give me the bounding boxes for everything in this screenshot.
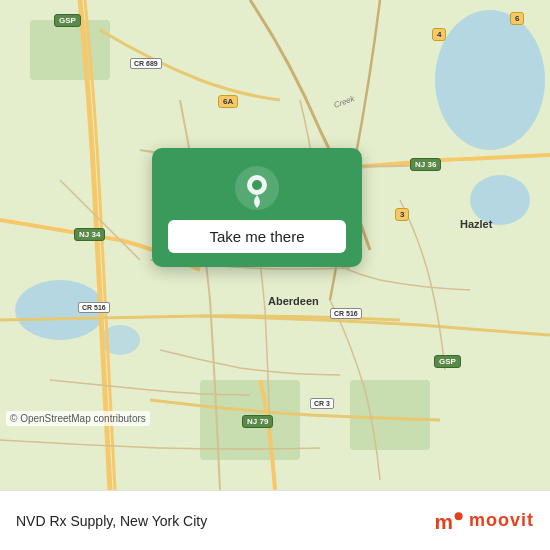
moovit-logo-icon: m [433, 505, 465, 537]
moovit-logo: m moovit [433, 505, 534, 537]
moovit-text: moovit [469, 510, 534, 531]
badge-4: 4 [432, 28, 446, 41]
map-container: Creek GSP CR 689 6A NJ 34 NJ 36 4 6 3 CR… [0, 0, 550, 490]
bottom-bar: NVD Rx Supply, New York City m moovit [0, 490, 550, 550]
osm-attribution: © OpenStreetMap contributors [6, 411, 150, 426]
badge-gsp-bottom: GSP [434, 355, 461, 368]
svg-text:m: m [435, 510, 454, 533]
badge-6: 6 [510, 12, 524, 25]
svg-rect-7 [350, 380, 430, 450]
badge-gsp-top: GSP [54, 14, 81, 27]
badge-cr689: CR 689 [130, 58, 162, 69]
badge-6a: 6A [218, 95, 238, 108]
take-me-there-button[interactable]: Take me there [168, 220, 346, 253]
label-aberdeen: Aberdeen [268, 295, 319, 307]
svg-point-11 [252, 180, 262, 190]
label-hazlet: Hazlet [460, 218, 492, 230]
svg-rect-5 [30, 20, 110, 80]
badge-cr3: CR 3 [310, 398, 334, 409]
svg-point-14 [455, 512, 463, 520]
svg-point-1 [435, 10, 545, 150]
badge-nj36: NJ 36 [410, 158, 441, 171]
location-text: NVD Rx Supply, New York City [16, 513, 207, 529]
badge-nj79: NJ 79 [242, 415, 273, 428]
badge-cr516-right: CR 516 [330, 308, 362, 319]
popup-card: Take me there [152, 148, 362, 267]
location-pin-icon [235, 166, 279, 210]
badge-nj34: NJ 34 [74, 228, 105, 241]
badge-cr516-left: CR 516 [78, 302, 110, 313]
badge-3: 3 [395, 208, 409, 221]
